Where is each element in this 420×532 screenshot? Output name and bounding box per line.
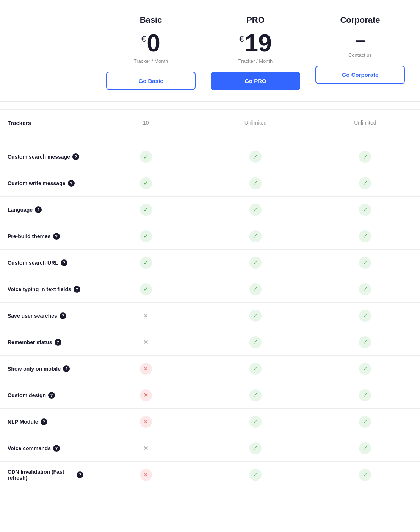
help-icon-7[interactable]: ? bbox=[55, 339, 61, 346]
feature-cell-9-plan-1: ✓ bbox=[201, 383, 310, 407]
feature-cell-4-plan-2: ✓ bbox=[310, 251, 420, 275]
check-circle-9-1: ✓ bbox=[249, 389, 262, 401]
feature-cell-3-plan-2: ✓ bbox=[310, 224, 420, 248]
check-icon-1-0: ✓ bbox=[143, 179, 148, 187]
help-icon-9[interactable]: ? bbox=[48, 392, 55, 399]
help-icon-10[interactable]: ? bbox=[41, 418, 47, 425]
feature-label-11: Voice commands? bbox=[0, 439, 91, 458]
check-icon-4-0: ✓ bbox=[143, 259, 148, 266]
plan-price-corporate: – bbox=[355, 31, 365, 49]
pricing-container: Basic € 0 Tracker / Month Go Basic PRO €… bbox=[0, 0, 420, 488]
check-icon-10-1: ✓ bbox=[253, 418, 258, 425]
plan-name-basic: Basic bbox=[140, 15, 162, 25]
feature-label-text-11: Voice commands bbox=[8, 445, 51, 451]
go-basic-button[interactable]: Go Basic bbox=[106, 72, 196, 90]
feature-label-text-12: CDN Invalidation (Fast refresh) bbox=[8, 469, 74, 481]
check-icon-9-2: ✓ bbox=[363, 392, 368, 399]
feature-label-text-1: Custom write message bbox=[8, 180, 66, 186]
cross-circle-8-0: ✕ bbox=[140, 363, 152, 375]
feature-label-7: Remember status? bbox=[0, 333, 91, 352]
check-icon-8-1: ✓ bbox=[253, 365, 258, 372]
help-icon-11[interactable]: ? bbox=[53, 445, 60, 452]
check-circle-2-1: ✓ bbox=[249, 204, 262, 216]
cross-circle-9-0: ✕ bbox=[140, 389, 152, 401]
feature-cell-10-plan-0: ✕ bbox=[91, 410, 201, 434]
trackers-corporate: Unlimited bbox=[310, 114, 420, 132]
help-icon-6[interactable]: ? bbox=[60, 312, 66, 319]
cross-circle-10-0: ✕ bbox=[140, 416, 152, 428]
cross-plain-icon-6-0: ✕ bbox=[143, 312, 149, 320]
help-icon-3[interactable]: ? bbox=[53, 233, 60, 240]
feature-cell-10-plan-1: ✓ bbox=[201, 410, 310, 434]
price-period-basic: Tracker / Month bbox=[134, 58, 168, 64]
plan-price-pro: € 19 bbox=[239, 31, 271, 55]
check-circle-6-1: ✓ bbox=[249, 310, 262, 322]
check-icon-0-1: ✓ bbox=[253, 153, 258, 161]
check-circle-8-1: ✓ bbox=[249, 363, 262, 375]
check-circle-11-2: ✓ bbox=[359, 442, 371, 454]
check-circle-3-2: ✓ bbox=[359, 230, 371, 242]
feature-cell-12-plan-2: ✓ bbox=[310, 463, 420, 487]
go-corporate-button[interactable]: Go Corporate bbox=[315, 66, 405, 84]
check-circle-4-2: ✓ bbox=[359, 257, 371, 269]
trackers-corporate-value: Unlimited bbox=[354, 120, 376, 126]
feature-row-6: Save user searches?✕✓✓ bbox=[0, 303, 420, 329]
help-icon-4[interactable]: ? bbox=[61, 259, 67, 266]
help-icon-1[interactable]: ? bbox=[68, 180, 75, 187]
check-circle-9-2: ✓ bbox=[359, 389, 371, 401]
cross-icon-8-0: ✕ bbox=[143, 365, 148, 372]
feature-cell-12-plan-1: ✓ bbox=[201, 463, 310, 487]
check-icon-11-2: ✓ bbox=[363, 445, 368, 452]
help-icon-5[interactable]: ? bbox=[74, 286, 80, 293]
go-pro-button[interactable]: Go PRO bbox=[211, 72, 300, 90]
feature-label-text-4: Custom search URL bbox=[8, 260, 58, 266]
help-icon-2[interactable]: ? bbox=[35, 206, 42, 213]
feature-row-12: CDN Invalidation (Fast refresh)?✕✓✓ bbox=[0, 462, 420, 488]
check-icon-2-1: ✓ bbox=[253, 206, 258, 213]
check-icon-12-2: ✓ bbox=[363, 471, 368, 478]
check-icon-1-2: ✓ bbox=[363, 179, 368, 187]
features-table: Trackers 10 Unlimited Unlimited Custom s… bbox=[0, 109, 420, 488]
help-icon-12[interactable]: ? bbox=[77, 471, 83, 478]
plan-price-basic: € 0 bbox=[141, 31, 160, 55]
check-circle-5-0: ✓ bbox=[140, 283, 152, 295]
check-circle-1-0: ✓ bbox=[140, 177, 152, 189]
feature-row-11: Voice commands?✕✓✓ bbox=[0, 435, 420, 462]
trackers-pro-value: Unlimited bbox=[244, 120, 266, 126]
feature-label-12: CDN Invalidation (Fast refresh)? bbox=[0, 463, 91, 487]
feature-label-text-8: Show only on mobile bbox=[8, 366, 61, 372]
feature-cell-6-plan-0: ✕ bbox=[91, 306, 201, 326]
feature-cell-1-plan-2: ✓ bbox=[310, 171, 420, 195]
feature-label-text-2: Language bbox=[8, 207, 33, 213]
currency-pro: € bbox=[239, 34, 244, 44]
feature-cell-7-plan-1: ✓ bbox=[201, 330, 310, 354]
cross-icon-12-0: ✕ bbox=[143, 471, 148, 478]
check-circle-2-2: ✓ bbox=[359, 204, 371, 216]
feature-cell-7-plan-2: ✓ bbox=[310, 330, 420, 354]
feature-row-5: Voice typing in text fields?✓✓✓ bbox=[0, 276, 420, 303]
feature-label-3: Pre-build themes? bbox=[0, 227, 91, 246]
feature-label-6: Save user searches? bbox=[0, 306, 91, 325]
check-circle-1-2: ✓ bbox=[359, 177, 371, 189]
currency-basic: € bbox=[141, 34, 146, 44]
feature-row-2: Language?✓✓✓ bbox=[0, 197, 420, 223]
feature-cell-2-plan-0: ✓ bbox=[91, 198, 201, 222]
help-icon-0[interactable]: ? bbox=[72, 153, 79, 160]
check-icon-11-1: ✓ bbox=[253, 445, 258, 452]
feature-label-text-6: Save user searches bbox=[8, 313, 57, 319]
feature-cell-2-plan-2: ✓ bbox=[310, 198, 420, 222]
feature-row-3: Pre-build themes?✓✓✓ bbox=[0, 223, 420, 250]
feature-cell-0-plan-2: ✓ bbox=[310, 145, 420, 169]
check-icon-3-1: ✓ bbox=[253, 232, 258, 240]
price-amount-pro: 19 bbox=[245, 31, 272, 55]
cross-circle-12-0: ✕ bbox=[140, 469, 152, 481]
cross-plain-icon-7-0: ✕ bbox=[143, 338, 149, 346]
check-circle-4-0: ✓ bbox=[140, 257, 152, 269]
check-circle-1-1: ✓ bbox=[249, 177, 262, 189]
feature-label-5: Voice typing in text fields? bbox=[0, 280, 91, 299]
price-period-corporate: Contact us bbox=[348, 52, 372, 58]
trackers-row: Trackers 10 Unlimited Unlimited bbox=[0, 109, 420, 136]
cross-plain-icon-11-0: ✕ bbox=[143, 444, 149, 452]
check-icon-0-0: ✓ bbox=[143, 153, 148, 161]
help-icon-8[interactable]: ? bbox=[63, 365, 70, 372]
